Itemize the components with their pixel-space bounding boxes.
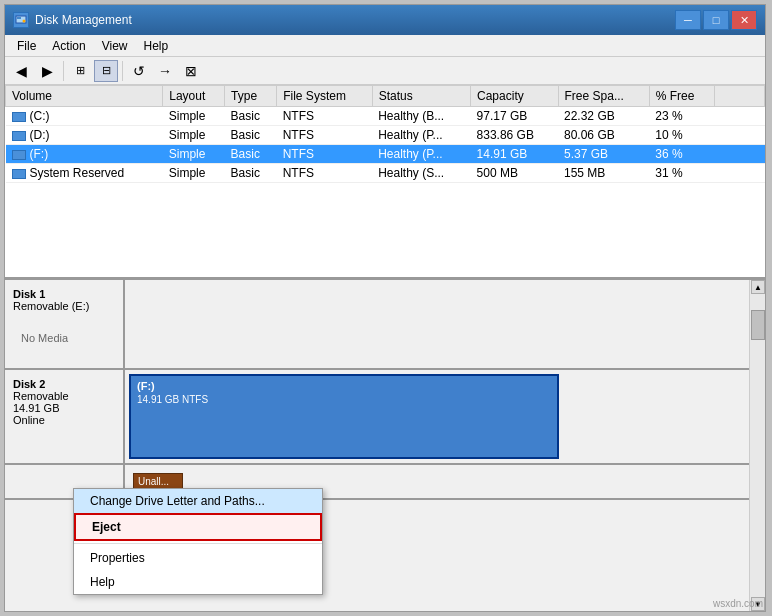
context-menu-separator (74, 543, 322, 544)
disk1-label: Disk 1 Removable (E:) No Media (5, 280, 125, 368)
table-row[interactable]: (F:) Simple Basic NTFS Healthy (P... 14.… (6, 145, 765, 164)
eject-label: Eject (92, 520, 121, 534)
cell-pct: 10 % (649, 126, 714, 145)
unalloc-label-text: Unall... (138, 476, 169, 487)
cell-volume: System Reserved (6, 164, 163, 183)
context-menu-properties[interactable]: Properties (74, 546, 322, 570)
disk-management-window: Disk Management ─ □ ✕ File Action View H… (4, 4, 766, 612)
toolbar-btn-5[interactable]: ↺ (127, 60, 151, 82)
cell-free: 22.32 GB (558, 107, 649, 126)
cell-fs: NTFS (277, 164, 372, 183)
window-title: Disk Management (35, 13, 675, 27)
vertical-scrollbar[interactable]: ▲ ▼ (749, 280, 765, 611)
disk1-type: Removable (E:) (13, 300, 115, 312)
cell-capacity: 97.17 GB (471, 107, 558, 126)
scrollbar-up-btn[interactable]: ▲ (751, 280, 765, 294)
cell-pct: 31 % (649, 164, 714, 183)
cell-status: Healthy (S... (372, 164, 470, 183)
cell-free: 5.37 GB (558, 145, 649, 164)
cell-extra (715, 164, 765, 183)
col-layout[interactable]: Layout (163, 86, 225, 107)
cell-free: 155 MB (558, 164, 649, 183)
table-row[interactable]: System Reserved Simple Basic NTFS Health… (6, 164, 765, 183)
help-label: Help (90, 575, 115, 589)
cell-status: Healthy (P... (372, 126, 470, 145)
disk2-area: (F:) 14.91 GB NTFS (125, 370, 765, 463)
cell-volume: (F:) (6, 145, 163, 164)
cell-layout: Simple (163, 164, 225, 183)
col-freespace[interactable]: Free Spa... (558, 86, 649, 107)
partition-f-size: 14.91 GB NTFS (137, 394, 551, 405)
close-button[interactable]: ✕ (731, 10, 757, 30)
volume-table-pane: Volume Layout Type File System Status Ca… (5, 85, 765, 280)
toolbar-separator-1 (63, 61, 64, 81)
watermark: wsxdn.com (713, 598, 763, 609)
minimize-button[interactable]: ─ (675, 10, 701, 30)
change-drive-label: Change Drive Letter and Paths... (90, 494, 265, 508)
context-menu-eject[interactable]: Eject (74, 513, 322, 541)
cell-capacity: 14.91 GB (471, 145, 558, 164)
title-bar: Disk Management ─ □ ✕ (5, 5, 765, 35)
cell-volume: (D:) (6, 126, 163, 145)
cell-status: Healthy (P... (372, 145, 470, 164)
window-controls: ─ □ ✕ (675, 10, 757, 30)
toolbar-btn-3[interactable]: ⊞ (68, 60, 92, 82)
cell-capacity: 500 MB (471, 164, 558, 183)
col-status[interactable]: Status (372, 86, 470, 107)
cell-type: Basic (225, 126, 277, 145)
disk2-status: Online (13, 414, 115, 426)
menu-bar: File Action View Help (5, 35, 765, 57)
col-volume[interactable]: Volume (6, 86, 163, 107)
table-row[interactable]: (C:) Simple Basic NTFS Healthy (B... 97.… (6, 107, 765, 126)
cell-fs: NTFS (277, 107, 372, 126)
cell-type: Basic (225, 164, 277, 183)
cell-status: Healthy (B... (372, 107, 470, 126)
menu-help[interactable]: Help (136, 37, 177, 55)
col-extra (715, 86, 765, 107)
disk1-area (125, 280, 765, 368)
cell-layout: Simple (163, 126, 225, 145)
maximize-button[interactable]: □ (703, 10, 729, 30)
toolbar-btn-4[interactable]: ⊟ (94, 60, 118, 82)
toolbar-separator-2 (122, 61, 123, 81)
toolbar-btn-6[interactable]: → (153, 60, 177, 82)
disk1-row: Disk 1 Removable (E:) No Media (5, 280, 765, 370)
context-menu: Change Drive Letter and Paths... Eject P… (73, 488, 323, 595)
context-menu-help[interactable]: Help (74, 570, 322, 594)
cell-pct: 23 % (649, 107, 714, 126)
disk2-name: Disk 2 (13, 378, 115, 390)
cell-volume: (C:) (6, 107, 163, 126)
partition-f-name: (F:) (137, 380, 551, 392)
menu-view[interactable]: View (94, 37, 136, 55)
toolbar-btn-7[interactable]: ⊠ (179, 60, 203, 82)
toolbar: ◀ ▶ ⊞ ⊟ ↺ → ⊠ (5, 57, 765, 85)
menu-action[interactable]: Action (44, 37, 93, 55)
disk2-row: Disk 2 Removable 14.91 GB Online (F:) 14… (5, 370, 765, 465)
disk-graphical-pane: Disk 1 Removable (E:) No Media Disk 2 Re… (5, 280, 765, 611)
cell-extra (715, 126, 765, 145)
cell-type: Basic (225, 107, 277, 126)
context-menu-change-drive[interactable]: Change Drive Letter and Paths... (74, 489, 322, 513)
col-pctfree[interactable]: % Free (649, 86, 714, 107)
cell-type: Basic (225, 145, 277, 164)
col-capacity[interactable]: Capacity (471, 86, 558, 107)
menu-file[interactable]: File (9, 37, 44, 55)
cell-layout: Simple (163, 107, 225, 126)
disk1-no-media: No Media (13, 324, 115, 352)
col-filesystem[interactable]: File System (277, 86, 372, 107)
back-button[interactable]: ◀ (9, 60, 33, 82)
col-type[interactable]: Type (225, 86, 277, 107)
forward-button[interactable]: ▶ (35, 60, 59, 82)
table-row[interactable]: (D:) Simple Basic NTFS Healthy (P... 833… (6, 126, 765, 145)
disk2-label: Disk 2 Removable 14.91 GB Online (5, 370, 125, 463)
main-content: Volume Layout Type File System Status Ca… (5, 85, 765, 611)
properties-label: Properties (90, 551, 145, 565)
disk2-partition-f[interactable]: (F:) 14.91 GB NTFS (129, 374, 559, 459)
svg-point-2 (23, 20, 26, 23)
cell-capacity: 833.86 GB (471, 126, 558, 145)
cell-extra (715, 145, 765, 164)
app-icon (13, 12, 29, 28)
disk1-name: Disk 1 (13, 288, 115, 300)
scrollbar-thumb[interactable] (751, 310, 765, 340)
svg-rect-1 (17, 17, 21, 19)
